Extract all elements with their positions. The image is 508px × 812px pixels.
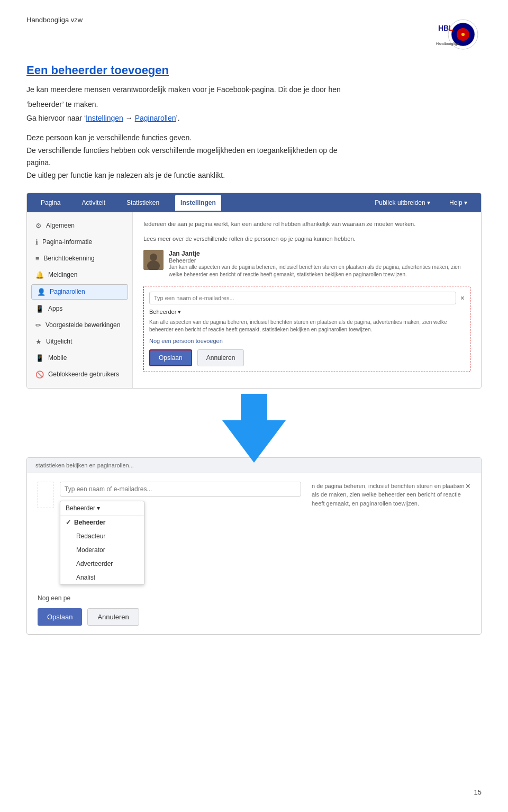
fb2-cancel-button[interactable]: Annuleren — [87, 608, 139, 626]
page-number: 15 — [474, 788, 482, 796]
fb-sidebar-bewerkingen[interactable]: ✏ Voorgestelde bewerkingen — [27, 317, 132, 333]
nav-instruction: Ga hiervoor naar ‘Instellingen → Paginar… — [26, 114, 482, 122]
fb2-role-description: n de pagina beheren, inclusief berichten… — [312, 482, 470, 508]
fb-user-desc: Jan kan alle aspecten van de pagina behe… — [169, 264, 470, 278]
apps-icon: 📱 — [35, 305, 44, 313]
facebook-screenshot-1: Pagina Activiteit Statistieken Instellin… — [26, 193, 482, 389]
fb2-dropdown-redacteur[interactable]: Redacteur — [60, 529, 144, 543]
fb-sidebar-berichttoekenning[interactable]: ≡ Berichttoekenning — [27, 250, 132, 267]
fb-nav-publiek[interactable]: Publiek uitbreiden ▾ — [369, 195, 436, 211]
fb2-close-icon[interactable]: × — [466, 482, 470, 491]
fb-content-desc2: Lees meer over de verschillende rollen d… — [143, 234, 470, 243]
fb2-content: × Beheerder ▾ ✓ Beheerder Redacteur — [27, 473, 481, 634]
fb-sidebar-uitgelicht[interactable]: ★ Uitgelicht — [27, 333, 132, 350]
svg-text:L: L — [449, 24, 453, 32]
fb2-right-content: Beheerder ▾ ✓ Beheerder Redacteur Modera… — [60, 482, 301, 589]
info-icon: ℹ — [35, 238, 38, 246]
fb-user-row: Jan Jantje Beheerder Jan kan alle aspect… — [143, 250, 470, 278]
description-block: Deze persoon kan je verschillende functi… — [26, 132, 482, 182]
instellingen-link[interactable]: Instellingen — [86, 114, 123, 122]
fb-user-role: Beheerder — [169, 257, 470, 264]
block-icon: 🚫 — [35, 371, 44, 378]
fb2-dropdown-moderator[interactable]: Moderator — [60, 543, 144, 557]
fb-sidebar-meldingen[interactable]: 🔔 Meldingen — [27, 267, 132, 283]
logo: H B L Handboogliga — [434, 16, 482, 53]
fb-sidebar-algemeen[interactable]: ⚙ Algemeen — [27, 218, 132, 234]
fb-role-select[interactable]: Beheerder ▾ — [149, 309, 465, 315]
bell-icon: 🔔 — [35, 271, 44, 279]
fb-name-email-input[interactable] — [149, 292, 456, 304]
page-header: Handboogliga vzw H B L Handboogliga — [26, 16, 482, 53]
svg-point-5 — [461, 33, 465, 36]
fb2-save-button[interactable]: Opslaan — [38, 608, 82, 626]
fb-sidebar-paginarollen[interactable]: 👤 Paginarollen — [31, 284, 128, 300]
fb-save-button[interactable]: Opslaan — [149, 349, 192, 366]
arrow-shaft — [241, 394, 267, 420]
star-icon: ★ — [35, 338, 42, 346]
fb-cancel-button[interactable]: Annuleren — [197, 349, 244, 366]
fb-user-name: Jan Jantje — [169, 250, 470, 257]
fb-sidebar: ⚙ Algemeen ℹ Pagina-informatie ≡ Bericht… — [27, 212, 133, 388]
person-icon: 👤 — [37, 288, 46, 296]
fb-navbar: Pagina Activiteit Statistieken Instellin… — [27, 193, 481, 212]
list-icon: ≡ — [35, 255, 40, 263]
mobile-icon: 📱 — [35, 354, 44, 362]
svg-point-11 — [150, 254, 157, 261]
fb-sidebar-pagina-info[interactable]: ℹ Pagina-informatie — [27, 234, 132, 250]
fb-close-icon[interactable]: × — [460, 294, 465, 302]
checkmark-icon: ✓ — [66, 519, 71, 526]
gear-icon: ⚙ — [35, 222, 42, 230]
fb-add-link[interactable]: Nog een persoon toevoegen — [149, 338, 465, 344]
fb-main-area: ⚙ Algemeen ℹ Pagina-informatie ≡ Bericht… — [27, 212, 481, 388]
intro-line2: ‘beheerder’ te maken. — [26, 98, 482, 110]
fb-content-desc1: Iedereen die aan je pagina werkt, kan ee… — [143, 220, 470, 229]
edit-icon: ✏ — [35, 321, 41, 329]
fb2-button-row: Opslaan Annuleren — [38, 608, 470, 626]
svg-text:Handboogliga: Handboogliga — [436, 42, 459, 46]
svg-text:H: H — [438, 24, 443, 32]
fb2-placeholder-box — [38, 482, 53, 508]
avatar — [143, 250, 164, 270]
fb2-dropdown-adverteerder[interactable]: Adverteerder — [60, 557, 144, 571]
fb-sidebar-mobile[interactable]: 📱 Mobile — [27, 350, 132, 366]
fb2-email-input[interactable] — [60, 482, 301, 497]
page-title: Een beheerder toevoegen — [26, 64, 482, 77]
fb-role-desc: Kan alle aspecten van de pagina beheren,… — [149, 319, 465, 333]
fb2-dropdown-beheerder[interactable]: ✓ Beheerder — [60, 516, 144, 529]
arrow-down-container — [26, 394, 482, 463]
arrow-down-icon — [222, 420, 286, 463]
fb-input-row: × — [149, 292, 465, 304]
svg-text:B: B — [443, 24, 449, 32]
fb-form-area: × Beheerder ▾ Kan alle aspecten van de p… — [143, 286, 470, 372]
fb-nav-instellingen[interactable]: Instellingen — [175, 195, 221, 211]
fb-nav-pagina[interactable]: Pagina — [35, 195, 66, 211]
fb-sidebar-geblokkeerd[interactable]: 🚫 Geblokkeerde gebruikers — [27, 366, 132, 383]
facebook-screenshot-2: statistieken bekijken en paginarollen...… — [26, 457, 482, 635]
fb-sidebar-apps[interactable]: 📱 Apps — [27, 301, 132, 317]
intro-line1: Je kan meerdere mensen verantwoordelijk … — [26, 84, 482, 95]
org-name: Handboogliga vzw — [26, 16, 83, 24]
fb-nav-activiteit[interactable]: Activiteit — [76, 195, 111, 211]
fb-nav-help[interactable]: Help ▾ — [444, 195, 473, 211]
fb-content-area: Iedereen die aan je pagina werkt, kan ee… — [133, 212, 481, 388]
fb2-dropdown-header[interactable]: Beheerder ▾ — [60, 501, 144, 516]
fb-button-row: Opslaan Annuleren — [149, 349, 465, 366]
fb2-nog-text: Nog een pe — [38, 594, 470, 602]
fb-nav-statistieken[interactable]: Statistieken — [121, 195, 165, 211]
fb-user-info: Jan Jantje Beheerder Jan kan alle aspect… — [169, 250, 470, 278]
fb2-role-dropdown[interactable]: Beheerder ▾ ✓ Beheerder Redacteur Modera… — [60, 501, 144, 585]
fb2-dropdown-analist[interactable]: Analist — [60, 571, 144, 584]
fb-nav-right: Publiek uitbreiden ▾ Help ▾ — [369, 195, 473, 211]
paginarollen-link[interactable]: Paginarollen — [135, 114, 176, 122]
